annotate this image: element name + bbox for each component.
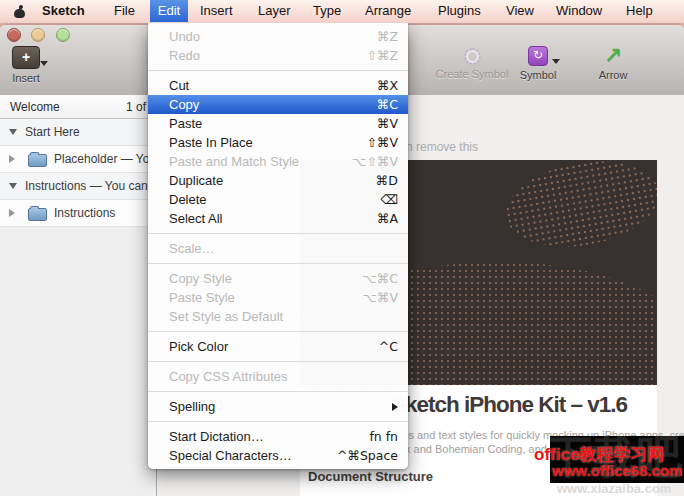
menu-item-label: Redo (169, 46, 200, 65)
apple-icon (14, 5, 25, 18)
menu-separator (148, 70, 408, 71)
menu-item-label: Delete (169, 190, 207, 209)
refresh-icon: ↻ (528, 46, 548, 66)
menu-item-paste[interactable]: Paste⌘V (148, 114, 408, 133)
menu-item-cut[interactable]: Cut⌘X (148, 76, 408, 95)
menu-item-copy-style: Copy Style⌥⌘C (148, 269, 408, 288)
menu-item-label: Paste and Match Style (169, 152, 299, 171)
sidebar-row-label: Instructions (54, 206, 115, 220)
menubar-item-help[interactable]: Help (626, 0, 653, 22)
menu-item-label: Copy CSS Attributes (169, 367, 288, 386)
menu-item-shortcut: ⌘D (376, 171, 398, 190)
menu-item-shortcut: ⌘V (377, 114, 398, 133)
minimize-button[interactable] (31, 28, 45, 42)
create-symbol-label: Create Symbol (430, 68, 514, 80)
menu-item-redo: Redo⇧⌘Z (148, 46, 408, 65)
menu-item-shortcut: ⌘C (377, 95, 398, 114)
menubar-item-plugins[interactable]: Plugins (438, 0, 481, 22)
sidebar-row-instructions-you-can[interactable]: Instructions — You can.. (0, 173, 156, 200)
plus-icon: + (12, 46, 40, 69)
menu-item-label: Copy (169, 95, 199, 114)
artboard-title: Sketch iPhone Kit – v1.6 (391, 392, 627, 418)
menu-item-shortcut: ⌥⇧⌘V (352, 152, 398, 171)
sidebar-row-label: Placeholder — You.. (54, 152, 163, 166)
menu-item-shortcut: ^C (379, 337, 398, 356)
folder-icon (28, 154, 47, 167)
menu-separator (148, 391, 408, 392)
watermark-site-url: www.office68.com (552, 462, 682, 479)
menubar-item-layer[interactable]: Layer (258, 0, 291, 22)
edit-menu: Undo⌘ZRedo⇧⌘ZCut⌘XCopy⌘CPaste⌘VPaste In … (148, 23, 408, 469)
menu-item-delete[interactable]: Delete⌫ (148, 190, 408, 209)
page-title: Welcome (10, 100, 60, 114)
menu-item-shortcut: ⌘Z (377, 27, 398, 46)
menu-item-set-style-as-default: Set Style as Default (148, 307, 408, 326)
disclosure-open-icon[interactable] (9, 129, 17, 135)
menu-item-label: Scale… (169, 239, 215, 258)
menu-item-shortcut: ⌥⌘C (362, 269, 398, 288)
menubar-item-window[interactable]: Window (556, 0, 602, 22)
disclosure-closed-icon[interactable] (9, 155, 15, 163)
menubar-item-file[interactable]: File (114, 0, 135, 22)
menu-item-shortcut: ⇧⌘Z (366, 46, 398, 65)
menubar-item-insert[interactable]: Insert (200, 0, 233, 22)
close-button[interactable] (7, 28, 21, 42)
menubar-item-view[interactable]: View (506, 0, 534, 22)
canvas-note-text: n remove this (406, 140, 478, 154)
page-indicator: 1 of (126, 100, 146, 114)
symbol-label: Symbol (514, 69, 562, 81)
menu-item-duplicate[interactable]: Duplicate⌘D (148, 171, 408, 190)
menu-separator (148, 331, 408, 332)
submenu-arrow-icon (392, 403, 398, 411)
menu-item-copy-css-attributes: Copy CSS Attributes (148, 367, 408, 386)
menu-item-spelling[interactable]: Spelling (148, 397, 408, 416)
menu-item-label: Copy Style (169, 269, 232, 288)
menu-item-label: Select All (169, 209, 222, 228)
symbol-button[interactable]: ↻ Symbol (514, 46, 562, 81)
menu-separator (148, 421, 408, 422)
menu-item-paste-and-match-style: Paste and Match Style⌥⇧⌘V (148, 152, 408, 171)
menu-separator (148, 263, 408, 264)
menu-item-special-characters[interactable]: Special Characters…^⌘Space (148, 446, 408, 465)
app-menu-sketch[interactable]: Sketch (42, 0, 85, 22)
disclosure-closed-icon[interactable] (9, 209, 15, 217)
menu-separator (148, 233, 408, 234)
menu-item-shortcut: ⌘X (377, 76, 398, 95)
disclosure-open-icon[interactable] (9, 183, 17, 189)
menu-item-shortcut: ^⌘Space (337, 446, 398, 465)
menu-item-label: Start Dictation… (169, 427, 264, 446)
menubar-item-edit[interactable]: Edit (150, 0, 188, 22)
menu-item-label: Paste (169, 114, 202, 133)
menu-item-shortcut: ⌫ (380, 190, 398, 209)
menu-item-pick-color[interactable]: Pick Color^C (148, 337, 408, 356)
menu-item-undo: Undo⌘Z (148, 27, 408, 46)
page-list-header[interactable]: Welcome 1 of (0, 95, 156, 119)
menu-item-label: Duplicate (169, 171, 223, 190)
document-structure-heading: Document Structure (308, 469, 433, 484)
menu-item-paste-in-place[interactable]: Paste In Place⇧⌘V (148, 133, 408, 152)
arrow-tool-button[interactable]: ↗ Arrow (588, 46, 638, 81)
menu-item-copy[interactable]: Copy⌘C (148, 95, 408, 114)
folder-icon (28, 208, 47, 221)
insert-button[interactable]: + Insert (6, 46, 46, 84)
menu-item-start-dictation[interactable]: Start Dictation…fn fn (148, 427, 408, 446)
sidebar-row-label: Instructions — You can.. (25, 179, 154, 193)
menu-item-select-all[interactable]: Select All⌘A (148, 209, 408, 228)
menu-item-paste-style: Paste Style⌥⌘V (148, 288, 408, 307)
sidebar-row-label: Start Here (25, 125, 80, 139)
menubar-item-type[interactable]: Type (313, 0, 341, 22)
sidebar-row-placeholder-you[interactable]: Placeholder — You.. (0, 146, 156, 173)
menubar-item-arrange[interactable]: Arrange (365, 0, 411, 22)
sidebar-row-instructions[interactable]: Instructions (0, 200, 156, 227)
sidebar: Welcome 1 of Start HerePlaceholder — You… (0, 95, 157, 496)
menu-item-shortcut: ⇧⌘V (366, 133, 398, 152)
menu-item-label: Cut (169, 76, 189, 95)
menu-item-shortcut: ⌥⌘V (363, 288, 398, 307)
menu-separator (148, 361, 408, 362)
zoom-button[interactable] (56, 28, 70, 42)
chevron-down-icon (40, 61, 48, 66)
sidebar-row-start-here[interactable]: Start Here (0, 119, 156, 146)
chevron-down-icon (552, 59, 560, 64)
apple-menu[interactable] (14, 0, 25, 22)
menu-item-label: Undo (169, 27, 200, 46)
